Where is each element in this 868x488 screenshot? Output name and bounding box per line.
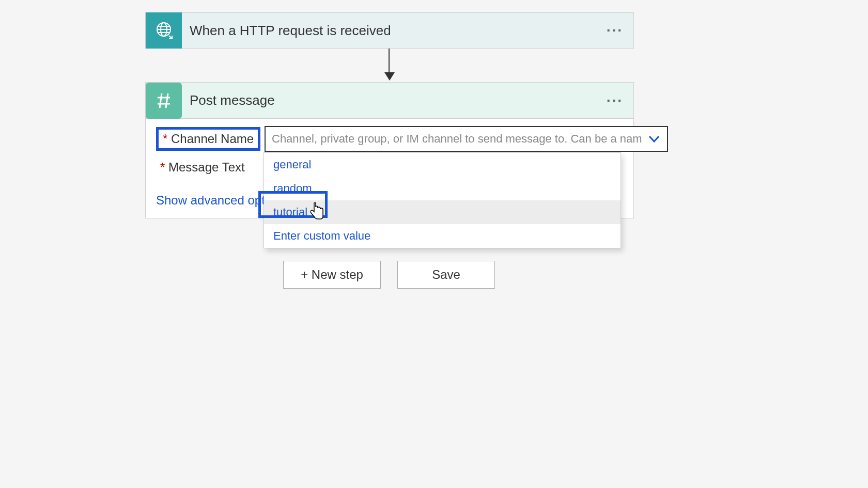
new-step-button[interactable]: + New step [283, 261, 381, 289]
dropdown-option-general[interactable]: general [264, 153, 621, 177]
dropdown-option-random[interactable]: random [264, 177, 621, 200]
svg-line-8 [166, 93, 168, 108]
trigger-menu-ellipsis-icon[interactable]: ··· [607, 23, 633, 38]
action-header[interactable]: Post message ··· [146, 83, 633, 119]
channel-dropdown-menu: general random tutorial Enter custom val… [264, 152, 621, 248]
svg-line-7 [160, 93, 162, 108]
flow-arrowhead-icon [384, 72, 395, 81]
channel-name-placeholder: Channel, private group, or IM channel to… [272, 132, 642, 146]
action-title: Post message [190, 92, 607, 108]
footer-buttons: + New step Save [283, 261, 495, 289]
required-star: * [160, 160, 165, 174]
message-text-label-text: Message Text [168, 160, 245, 174]
trigger-card[interactable]: When a HTTP request is received ··· [145, 12, 634, 49]
hash-channel-icon [146, 83, 182, 119]
dropdown-option-custom[interactable]: Enter custom value [264, 224, 621, 248]
action-menu-ellipsis-icon[interactable]: ··· [607, 93, 633, 108]
trigger-title: When a HTTP request is received [190, 23, 607, 39]
message-text-label: * Message Text [156, 157, 249, 178]
http-globe-icon [146, 12, 182, 49]
channel-name-label-text: Channel Name [171, 132, 254, 146]
channel-name-label: * Channel Name [156, 127, 260, 151]
save-button[interactable]: Save [397, 261, 495, 289]
required-star: * [163, 132, 167, 146]
channel-name-dropdown[interactable]: Channel, private group, or IM channel to… [265, 126, 668, 152]
flow-connector [389, 49, 390, 74]
dropdown-option-tutorial[interactable]: tutorial [264, 200, 621, 224]
channel-name-row: * Channel Name Channel, private group, o… [156, 126, 620, 152]
chevron-down-icon [647, 132, 661, 146]
